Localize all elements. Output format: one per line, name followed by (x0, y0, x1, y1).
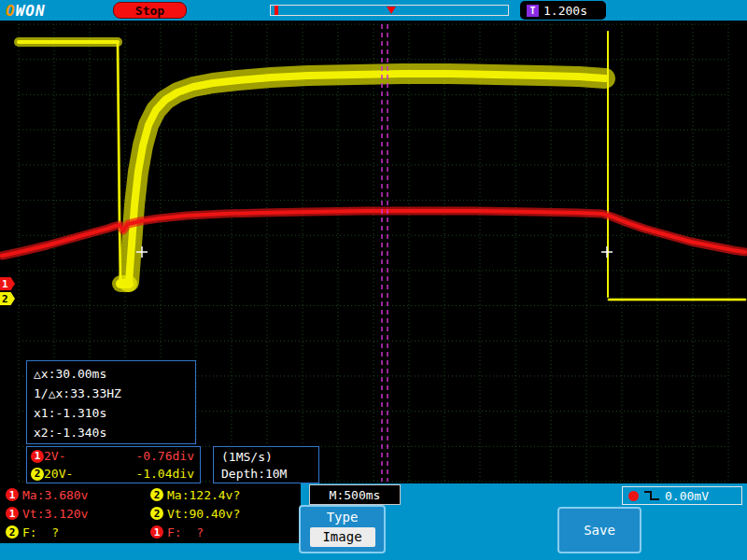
trigger-edge-icon (643, 489, 660, 502)
trigger-time-value: 1.200s (543, 4, 587, 18)
channel2-offset: -1.04div (135, 467, 194, 481)
measurement-value: F: ? (22, 525, 59, 539)
sample-rate: (1MS/s) (221, 449, 318, 466)
owon-logo: OWON (6, 2, 46, 20)
measurement-ch2-max: 2 Ma:122.4v? (150, 486, 240, 503)
cursor-x2: x2:-1.340s (34, 423, 195, 442)
trigger-time-readout: T 1.200s (520, 1, 606, 20)
trigger-level-readout: 0.00mV (622, 486, 742, 505)
measurement-value: Vt:90.40v? (167, 507, 240, 521)
channel1-badge: 1 (31, 450, 44, 463)
measurement-ch1-max: 1 Ma:3.680v (6, 486, 88, 503)
ch1-badge: 1 (6, 488, 19, 501)
measurement-ch1-vtop: 1 Vt:3.120v (6, 505, 88, 522)
type-button-label: Type (301, 510, 384, 525)
trigger-source-icon (628, 491, 639, 501)
memory-window-marker (275, 6, 278, 15)
channel2-volts-div: 20V- (44, 467, 73, 481)
measurement-value: F: ? (167, 525, 204, 539)
channel1-offset: -0.76div (135, 449, 194, 463)
type-button-value[interactable]: Image (310, 527, 375, 547)
ch2-badge: 2 (150, 507, 163, 520)
cursor-x1: x1:-1.310s (34, 403, 195, 423)
measurement-value: Ma:3.680v (22, 488, 88, 502)
trigger-level-value: 0.00mV (665, 489, 709, 503)
trigger-position-ruler (270, 5, 509, 16)
ch2-badge: 2 (150, 488, 163, 501)
channel2-badge: 2 (31, 468, 44, 481)
cursor-delta-x: △x:30.00ms (34, 364, 195, 384)
oscilloscope-screen: { "colors": { "bar": "#0094cb", "ch1": "… (0, 0, 747, 560)
memory-depth: Depth:10M (221, 466, 318, 483)
channel1-volts-div: 2V- (44, 449, 65, 463)
measurement-panel: 1 Ma:3.680v 2 Ma:122.4v? 1 Vt:3.120v 2 V… (0, 483, 301, 543)
timebase-readout: M:500ms (309, 484, 401, 505)
measurement-value: Vt:3.120v (22, 507, 88, 521)
ch2-badge: 2 (6, 525, 19, 539)
run-stop-button[interactable]: Stop (113, 2, 187, 19)
channel1-scale-row: 1 2V- -0.76div (27, 447, 200, 465)
save-button[interactable]: Save (557, 507, 641, 553)
type-menu-button[interactable]: Type Image (299, 505, 386, 553)
channel2-scale-row: 2 20V- -1.04div (27, 465, 200, 483)
channel-scale-readout: 1 2V- -0.76div 2 20V- -1.04div (26, 446, 201, 483)
cursor-measure-readout: △x:30.00ms 1/△x:33.33HZ x1:-1.310s x2:-1… (26, 360, 196, 444)
trigger-t-icon: T (527, 5, 539, 17)
measurement-ch2-freq: 2 F: ? (6, 524, 59, 540)
cursor-inverse-delta-x: 1/△x:33.33HZ (34, 384, 195, 403)
measurement-ch1-freq: 1 F: ? (150, 524, 204, 540)
ch1-badge: 1 (150, 525, 163, 539)
measurement-ch2-vtop: 2 Vt:90.40v? (150, 505, 240, 522)
trigger-position-marker-icon (387, 7, 396, 14)
top-status-bar: OWON Stop T 1.200s (0, 0, 747, 21)
measurement-value: Ma:122.4v? (167, 488, 240, 502)
acquisition-readout: (1MS/s) Depth:10M (213, 446, 319, 483)
ch1-badge: 1 (6, 507, 19, 520)
